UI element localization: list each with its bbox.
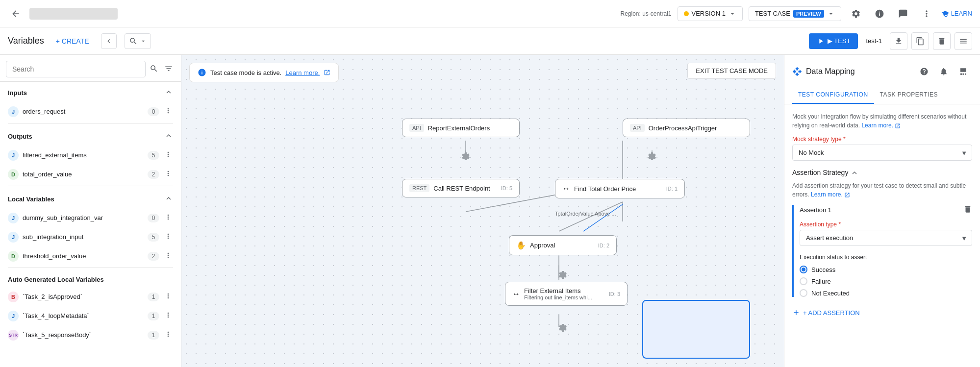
add-assertion-button[interactable]: + ADD ASSERTION [792, 305, 972, 320]
mock-strategy-select[interactable]: No Mock [792, 145, 972, 161]
radio-failure[interactable]: Failure [800, 277, 972, 285]
copy-button[interactable] [911, 32, 929, 50]
var-name: filtered_external_items [23, 151, 144, 159]
flow-node-approval[interactable]: ✋ Approval ID: 2 [509, 235, 617, 255]
type-badge-j: J [8, 106, 19, 117]
search-box [0, 55, 181, 82]
more-vert-icon-btn[interactable] [918, 5, 935, 23]
flow-node-call-rest[interactable]: REST Call REST Endpoint ID: 5 [402, 179, 520, 197]
delete-button[interactable] [933, 32, 951, 50]
left-panel: Inputs J orders_request 0 Outputs J filt… [0, 55, 181, 367]
filter-button[interactable] [162, 62, 175, 76]
assertion-strategy-collapse-btn[interactable] [850, 169, 859, 176]
var-menu-btn[interactable] [163, 231, 173, 243]
list-item[interactable]: D threshold_order_value 2 [0, 246, 181, 266]
var-name: `Task_2_isApproved` [23, 293, 144, 300]
radio-label-success: Success [811, 266, 835, 273]
banner-learn-link[interactable]: Learn more. [285, 69, 320, 76]
execution-status-label: Execution status to assert [800, 254, 972, 261]
help-icon-btn[interactable] [915, 63, 933, 80]
gear-icon-report[interactable] [459, 149, 473, 163]
exit-test-case-button[interactable]: EXIT TEST CASE MODE [687, 63, 776, 79]
back-button[interactable] [8, 6, 24, 22]
flow-node-report-external-orders[interactable]: API ReportExternalOrders [402, 119, 520, 137]
mock-learn-link[interactable]: Learn more. [861, 122, 893, 129]
add-assertion-label: + ADD ASSERTION [803, 309, 860, 317]
var-menu-btn[interactable] [163, 291, 173, 302]
expand-icon-btn[interactable] [955, 63, 972, 80]
right-panel-header: Data Mapping [784, 55, 980, 80]
list-item[interactable]: J `Task_4_loopMetadata` 1 [0, 306, 181, 325]
list-item[interactable]: J filtered_external_items 5 [0, 146, 181, 165]
local-vars-collapse-btn[interactable] [164, 194, 173, 204]
node-id: ID: 2 [598, 243, 609, 248]
var-name: `Task_4_loopMetadata` [23, 312, 144, 319]
var-menu-btn[interactable] [163, 106, 173, 117]
var-name: sub_integration_input [23, 233, 144, 241]
node-type-api: API [409, 124, 424, 132]
list-item[interactable]: B `Task_2_isApproved` 1 [0, 287, 181, 306]
assertion-type-select[interactable]: Assert execution [800, 230, 972, 246]
test-case-button[interactable]: TEST CASE PREVIEW [749, 6, 841, 21]
tab-task-properties[interactable]: TASK PROPERTIES [874, 86, 944, 104]
search-zoom-button[interactable] [125, 33, 151, 49]
node-label: Find Total Order Price [574, 185, 636, 193]
radio-not-executed[interactable]: Not Executed [800, 289, 972, 297]
radio-circle-failure [800, 277, 807, 285]
var-name: total_order_value [23, 171, 144, 178]
gear-icon-approval[interactable] [556, 268, 570, 282]
inputs-collapse-btn[interactable] [164, 88, 173, 98]
region-label: Region: us-central1 [620, 10, 671, 17]
notification-icon-btn[interactable] [935, 63, 953, 80]
info-icon-btn[interactable] [871, 5, 888, 23]
var-count: 2 [148, 170, 159, 179]
node-id: ID: 1 [666, 186, 678, 192]
list-item[interactable]: J sub_integration_input 5 [0, 227, 181, 246]
var-menu-btn[interactable] [163, 169, 173, 180]
delete-assertion-btn[interactable] [963, 205, 972, 215]
feedback-icon-btn[interactable] [894, 5, 912, 23]
top-bar-right: Region: us-central1 VERSION 1 TEST CASE … [620, 5, 972, 23]
local-vars-section-header: Local Variables [0, 188, 181, 208]
var-menu-btn[interactable] [163, 250, 173, 262]
test-run-button[interactable]: ▶ TEST [809, 33, 858, 49]
list-item[interactable]: STR `Task_5_responseBody` 1 [0, 325, 181, 344]
create-button[interactable]: + CREATE [52, 34, 93, 48]
flow-node-filter-external[interactable]: ↔ Filter External Items Filtering out li… [505, 282, 628, 306]
version-button[interactable]: VERSION 1 [678, 6, 743, 21]
var-name: threshold_order_value [23, 252, 144, 260]
gear-icon-order-process[interactable] [645, 149, 659, 163]
list-item[interactable]: J orders_request 0 [0, 102, 181, 121]
download-button[interactable] [890, 32, 907, 50]
var-menu-btn[interactable] [163, 310, 173, 321]
assertion-type-label: Assertion type * [800, 221, 972, 228]
flow-node-find-total[interactable]: ↔ Find Total Order Price ID: 1 [555, 179, 685, 198]
exit-btn-label[interactable]: EXIT TEST CASE MODE [687, 63, 776, 79]
assertion-learn-link[interactable]: Learn more. [811, 191, 843, 198]
gear-icon-filter[interactable] [556, 321, 570, 335]
list-item[interactable]: J dummy_sub_integration_var 0 [0, 208, 181, 227]
var-menu-btn[interactable] [163, 329, 173, 341]
node-label: OrderProcessApiTrigger [649, 124, 717, 132]
outputs-collapse-btn[interactable] [164, 131, 173, 142]
learn-button[interactable]: LEARN [941, 10, 972, 18]
settings-icon-btn[interactable] [847, 5, 865, 23]
tab-test-configuration[interactable]: TEST CONFIGURATION [792, 86, 874, 104]
test-mode-banner: Test case mode is active. Learn more. [189, 63, 339, 82]
radio-success[interactable]: Success [800, 266, 972, 273]
var-menu-btn[interactable] [163, 212, 173, 223]
type-badge-str: STR [8, 330, 19, 341]
var-count: 1 [148, 312, 159, 320]
assertion-header: Assertion 1 [800, 205, 972, 215]
flow-node-order-process[interactable]: API OrderProcessApiTrigger [623, 119, 750, 137]
collapse-panel-button[interactable] [101, 33, 117, 49]
search-icon[interactable] [150, 64, 158, 74]
breadcrumb-title [29, 8, 118, 20]
test-name-label: test-1 [862, 34, 886, 48]
search-input[interactable] [6, 61, 146, 77]
main-layout: Inputs J orders_request 0 Outputs J filt… [0, 55, 980, 367]
list-item[interactable]: D total_order_value 2 [0, 165, 181, 184]
var-menu-btn[interactable] [163, 149, 173, 161]
menu-button[interactable] [955, 32, 972, 50]
assertion-strategy-desc: Add assertion strategy for your test cas… [792, 181, 972, 199]
